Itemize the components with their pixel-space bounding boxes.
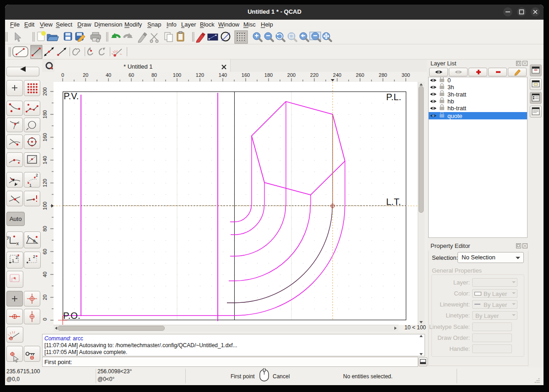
svg-text:200: 200 — [287, 72, 296, 78]
svg-text:a: a — [33, 238, 36, 243]
svg-text:P.L.: P.L. — [386, 92, 401, 102]
svg-text:2: 2 — [33, 254, 35, 259]
svg-text:2: 2 — [16, 255, 18, 260]
svg-text:240: 240 — [333, 72, 341, 78]
svg-text:3h: 3h — [447, 84, 454, 91]
svg-text:40: 40 — [106, 72, 111, 78]
svg-text:hb-tratt: hb-tratt — [447, 105, 467, 112]
svg-text:180: 180 — [264, 72, 273, 78]
svg-text:0: 0 — [447, 77, 451, 84]
svg-text:100: 100 — [173, 72, 181, 78]
svg-text:80: 80 — [151, 72, 157, 78]
svg-text:80: 80 — [42, 226, 48, 231]
svg-text:200: 200 — [42, 87, 48, 96]
svg-text:quote: quote — [447, 113, 463, 119]
svg-text:20: 20 — [42, 295, 48, 300]
svg-text:40: 40 — [42, 272, 48, 277]
svg-text:0: 0 — [61, 72, 64, 78]
svg-text:1: 1 — [12, 258, 14, 263]
svg-text:3h-tratt: 3h-tratt — [447, 91, 467, 98]
svg-text:300: 300 — [402, 72, 410, 78]
svg-text:160: 160 — [42, 133, 48, 141]
svg-text:2: 2 — [36, 173, 38, 177]
svg-text:180: 180 — [42, 110, 48, 118]
svg-text:y: y — [7, 235, 9, 240]
svg-text:hb: hb — [447, 98, 454, 105]
svg-text:100: 100 — [42, 202, 48, 210]
svg-text:120: 120 — [196, 72, 204, 78]
svg-text:L.T.: L.T. — [386, 197, 401, 207]
svg-text:P.V.: P.V. — [64, 91, 79, 101]
svg-text:1: 1 — [29, 183, 32, 188]
svg-text:260: 260 — [356, 72, 364, 78]
svg-text:220: 220 — [310, 72, 318, 78]
svg-text:20: 20 — [83, 72, 88, 78]
svg-text:P.O.: P.O. — [63, 311, 80, 321]
svg-text:0: 0 — [42, 318, 48, 321]
svg-text:140: 140 — [42, 156, 48, 164]
svg-text:60: 60 — [42, 249, 48, 254]
svg-text:x: x — [16, 241, 19, 246]
svg-text:1: 1 — [28, 257, 31, 262]
svg-text:60: 60 — [129, 72, 134, 78]
svg-text:160: 160 — [242, 72, 250, 78]
svg-text:140: 140 — [219, 72, 227, 78]
svg-text:120: 120 — [42, 179, 48, 187]
svg-text:280: 280 — [379, 72, 387, 78]
